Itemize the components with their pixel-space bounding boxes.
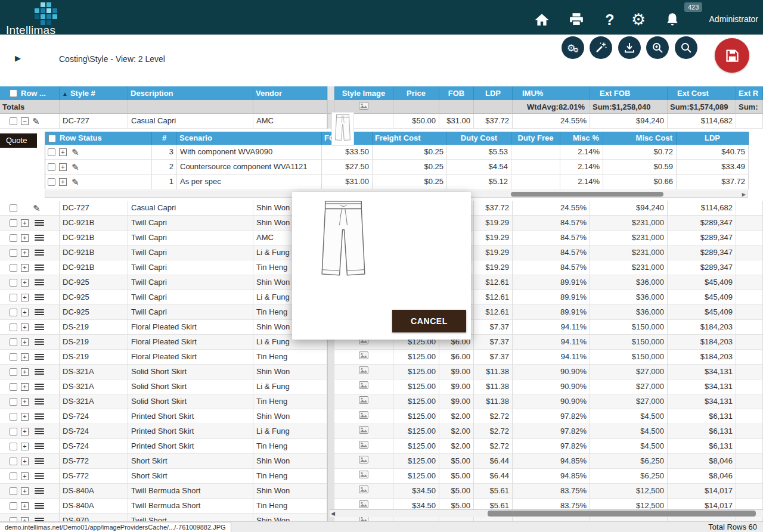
expand-row-icon[interactable] [21,413,29,421]
cell-duty-cost[interactable]: $5.12 [447,175,511,189]
row-menu-icon[interactable] [35,294,44,301]
cell-style[interactable]: DS-321A [60,365,128,379]
scrollbar-thumb[interactable] [511,192,663,197]
cell-description[interactable]: Solid Short Skirt [128,394,253,409]
cell-ext-cost[interactable]: $289,347 [668,260,736,275]
cell-freight-cost[interactable]: $0.25 [373,145,447,160]
row-menu-icon[interactable] [35,384,44,390]
user-name-label[interactable]: Administrator [709,14,758,24]
cell-ext-retail[interactable] [736,335,763,350]
cell-imu[interactable]: 94.11% [513,320,590,335]
edit-row-icon[interactable]: ✎ [72,163,79,171]
cell-ext-fob[interactable]: $231,000 [590,245,668,260]
cell-ext-fob[interactable]: $231,000 [590,260,668,275]
row-checkbox[interactable] [10,264,17,272]
cell-imu[interactable]: 84.57% [513,231,590,245]
quote-column-header-duty-free[interactable]: Duty Free [511,132,560,145]
cell-ext-fob[interactable]: $94,240 [590,201,668,216]
row-checkbox[interactable] [10,502,17,510]
cell-ext-fob[interactable]: $27,000 [590,365,668,379]
table-row[interactable]: ✎ DS-321A Solid Short Skirt Tin Heng $12… [0,394,763,409]
cell-vendor[interactable]: Li & Fung [253,424,327,439]
cell-description[interactable]: Solid Short Skirt [128,365,253,379]
cell-imu[interactable]: 84.57% [513,216,590,231]
cell-ldp[interactable]: $19.29 [474,245,513,260]
cell-ext-cost[interactable]: $184,203 [668,350,736,365]
row-checkbox[interactable] [10,428,17,435]
cell-description[interactable]: Solid Short Skirt [128,379,253,394]
cell-style[interactable]: DS-970 [60,514,128,521]
cell-ext-cost[interactable]: $45,409 [668,290,736,305]
cell-ldp[interactable]: $7.37 [474,350,513,365]
row-checkbox[interactable] [10,368,17,376]
row-menu-icon[interactable] [35,443,44,450]
cell-ext-fob[interactable]: $4,500 [590,439,668,454]
expand-row-icon[interactable] [21,398,29,406]
cell-description[interactable]: Casual Capri [128,114,253,129]
row-menu-icon[interactable] [35,235,44,241]
expand-row-icon[interactable] [21,458,29,465]
cell-style[interactable]: DS-772 [60,469,128,484]
cell-ext-retail[interactable] [736,424,763,439]
row-checkbox[interactable] [10,458,17,465]
cell-imu[interactable]: 90.90% [513,394,590,409]
cell-ext-retail[interactable] [736,469,763,484]
column-header-fob[interactable]: FOB [439,86,474,100]
cell-ext-cost[interactable]: $45,409 [668,305,736,320]
cell-description[interactable]: Floral Pleated Skirt [128,335,253,350]
expand-row-icon[interactable] [21,323,29,331]
column-header-style[interactable]: ▲Style # [60,86,128,100]
cell-vendor[interactable]: Tin Heng [253,469,327,484]
cell-imu[interactable]: 97.82% [513,409,590,424]
cell-ext-cost[interactable]: $8,046 [668,454,736,469]
help-icon[interactable]: ? [602,12,618,27]
cell-imu[interactable]: 89.91% [513,290,590,305]
expand-row-icon[interactable] [21,502,29,510]
style-image-icon[interactable] [359,454,368,468]
cell-ldp[interactable]: $7.37 [474,320,513,335]
row-menu-icon[interactable] [35,324,44,331]
cell-duty-cost[interactable]: $4.54 [447,160,511,175]
cell-ext-retail[interactable] [736,305,763,320]
cell-ldp[interactable]: $2.72 [474,424,513,439]
cell-ext-retail[interactable] [736,365,763,379]
cell-imu[interactable]: 89.91% [513,305,590,320]
cell-fob[interactable]: $5.00 [439,469,474,484]
style-image-icon[interactable] [359,469,368,483]
cell-fob[interactable]: $33.50 [322,145,373,160]
zoom-in-icon[interactable] [646,36,669,59]
row-checkbox[interactable] [10,487,17,495]
download-icon[interactable] [618,36,641,59]
cell-ldp[interactable]: $12.61 [474,275,513,290]
cell-vendor[interactable]: Tin Heng [253,394,327,409]
cell-price[interactable]: $125.00 [393,439,439,454]
cell-imu[interactable]: 94.85% [513,469,590,484]
cell-ext-retail[interactable] [736,454,763,469]
cell-freight-cost[interactable]: $0.25 [373,175,447,189]
cell-ext-fob[interactable]: $231,000 [590,216,668,231]
cell-scenario[interactable]: As per spec [177,175,322,189]
cell-description[interactable]: Twill Bermuda Short [128,484,253,499]
table-row[interactable]: ✎ DS-724 Printed Short Skirt Tin Heng $1… [0,439,763,454]
cell-ext-retail[interactable] [736,439,763,454]
style-image-icon[interactable] [359,394,368,409]
cell-vendor[interactable]: Shin Won [253,514,327,521]
row-menu-icon[interactable] [35,428,44,435]
cell-style[interactable]: DS-219 [60,350,128,365]
quote-row[interactable]: ✎ 1 As per spec $31.00 $0.25 $5.12 2.14%… [45,175,748,189]
expand-row-icon[interactable] [21,383,29,391]
cell-price[interactable]: $125.00 [393,424,439,439]
cell-vendor[interactable]: Tin Heng [253,439,327,454]
column-header-imu[interactable]: IMU% [513,86,590,100]
cell-misc-pct[interactable]: 2.14% [560,160,603,175]
cell-vendor[interactable]: AMC [253,114,327,129]
cell-imu[interactable]: 84.57% [513,260,590,275]
cell-fob[interactable]: $2.00 [439,439,474,454]
cell-vendor[interactable]: Shin Won [253,454,327,469]
cell-ext-retail[interactable] [736,231,763,245]
cell-style[interactable]: DS-772 [60,454,128,469]
style-image-thumbnail[interactable] [331,112,354,146]
cell-fob[interactable]: $2.00 [439,409,474,424]
row-menu-icon[interactable] [35,354,44,360]
row-menu-icon[interactable] [35,473,44,480]
